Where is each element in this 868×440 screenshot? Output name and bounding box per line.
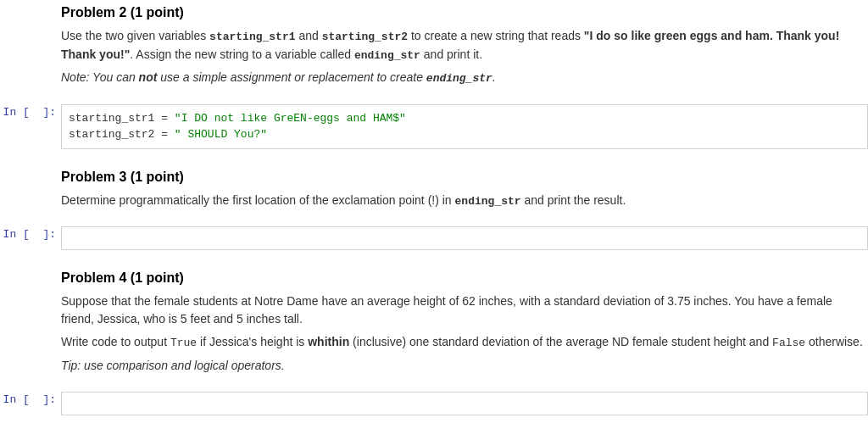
- notebook-container: Problem 2 (1 point) Use the two given va…: [0, 0, 868, 422]
- problem4-empty-label: [0, 265, 61, 281]
- gap2: [0, 257, 868, 265]
- problem3-input[interactable]: [61, 226, 868, 250]
- problem3-description: Determine programmatically the first loc…: [61, 192, 868, 210]
- ending-str-note-code: ending_str: [426, 72, 492, 85]
- problem4-tip: Tip: use comparison and logical operator…: [61, 357, 868, 375]
- tip-text: Tip: [61, 359, 77, 372]
- problem2-code-cell[interactable]: starting_str1 = "I DO not like GreEN-egg…: [61, 97, 868, 156]
- true-code: True: [170, 337, 197, 349]
- problem3-cell-label: In [ ]:: [0, 220, 61, 248]
- problem2-input[interactable]: starting_str1 = "I DO not like GreEN-egg…: [61, 104, 868, 149]
- quote-text: "I do so like green eggs and ham. Thank …: [61, 29, 839, 61]
- starting-str2-code: starting_str2: [322, 31, 408, 43]
- problem3-code-cell[interactable]: [61, 220, 868, 257]
- problem4-code-cell[interactable]: [61, 385, 868, 422]
- problem4-para1: Suppose that the female students at Notr…: [61, 292, 868, 328]
- problem2-cell-label: In [ ]:: [0, 97, 61, 125]
- whithin-bold: whithin: [308, 335, 349, 348]
- problem2-description: Use the two given variables starting_str…: [61, 27, 868, 64]
- starting-str1-code: starting_str1: [209, 31, 295, 43]
- note-label: Note: [61, 70, 86, 84]
- problem4-input[interactable]: [61, 392, 868, 415]
- problem2-code-row: In [ ]: starting_str1 = "I DO not like G…: [0, 97, 868, 156]
- problem2-markdown-cell: Problem 2 (1 point) Use the two given va…: [61, 0, 868, 97]
- problem4-markdown-cell: Problem 4 (1 point) Suppose that the fem…: [61, 265, 868, 385]
- not-bold: not: [139, 70, 158, 84]
- problem3-markdown-cell: Problem 3 (1 point) Determine programmat…: [61, 164, 868, 220]
- gap1: [0, 156, 868, 164]
- problem4-code-row: In [ ]:: [0, 385, 868, 422]
- problem4-markdown-row: Problem 4 (1 point) Suppose that the fem…: [0, 265, 868, 385]
- problem3-markdown-row: Problem 3 (1 point) Determine programmat…: [0, 164, 868, 220]
- problem4-cell-label: In [ ]:: [0, 385, 61, 413]
- problem3-title: Problem 3 (1 point): [61, 170, 868, 185]
- problem2-note: Note: You can not use a simple assignmen…: [61, 69, 868, 87]
- code-line-1: starting_str1 = "I DO not like GreEN-egg…: [69, 110, 860, 127]
- problem2-empty-label: [0, 0, 61, 15]
- problem2-title: Problem 2 (1 point): [61, 5, 868, 20]
- problem4-para2: Write code to output True if Jessica's h…: [61, 333, 868, 352]
- ending-str-p3-code: ending_str: [455, 195, 521, 208]
- code-line-2: starting_str2 = " SHOULD You?": [69, 126, 860, 143]
- ending-str-code: ending_str: [354, 49, 420, 62]
- problem3-empty-label: [0, 164, 61, 180]
- problem3-code-row: In [ ]:: [0, 220, 868, 257]
- problem4-title: Problem 4 (1 point): [61, 270, 868, 286]
- false-code: False: [772, 337, 805, 349]
- problem2-markdown-row: Problem 2 (1 point) Use the two given va…: [0, 0, 868, 97]
